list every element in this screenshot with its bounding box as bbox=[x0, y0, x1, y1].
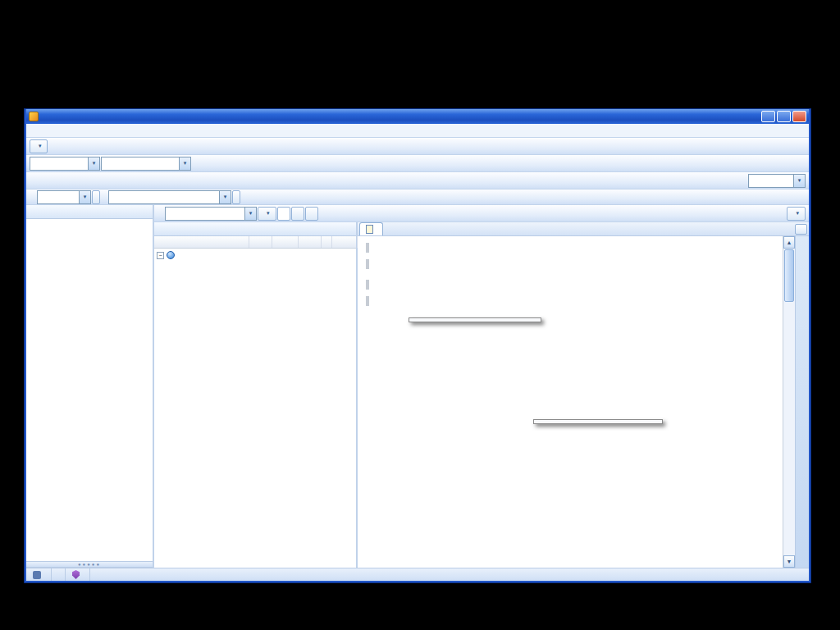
toolbar-main: ▾ bbox=[26, 138, 809, 155]
status-filter bbox=[66, 568, 90, 581]
clear-button[interactable] bbox=[305, 207, 318, 221]
nodes-folder-tree bbox=[26, 219, 153, 561]
dropdown-arrow-icon: ▾ bbox=[39, 143, 42, 149]
media-combo[interactable]: ▾ bbox=[748, 174, 806, 188]
maximize-button[interactable] bbox=[777, 111, 791, 122]
vertical-scrollbar: ▲ ▼ bbox=[783, 236, 795, 568]
list-column-header bbox=[154, 236, 356, 249]
detail-panel: ▲ ▼ bbox=[358, 222, 809, 568]
minimize-button[interactable] bbox=[761, 111, 775, 122]
scroll-thumb[interactable] bbox=[784, 249, 794, 302]
toolbar-media: ▾ bbox=[26, 172, 809, 189]
reference-label bbox=[366, 259, 774, 269]
column-sources[interactable] bbox=[249, 236, 272, 248]
context-menu bbox=[409, 317, 541, 322]
toolbar-format: ▾ ▾ bbox=[26, 155, 809, 172]
detail-side-tabs bbox=[795, 236, 809, 568]
look-for-input[interactable]: ▾ bbox=[165, 207, 257, 221]
code-at-in-browse-button[interactable] bbox=[232, 190, 240, 204]
dropdown-arrow-icon: ▾ bbox=[267, 210, 270, 217]
detail-tab[interactable] bbox=[359, 222, 383, 235]
find-now-button[interactable] bbox=[291, 207, 304, 221]
detail-close-button[interactable] bbox=[795, 224, 807, 235]
code-at-browse-button[interactable] bbox=[92, 190, 100, 204]
navigation-panel: ●●●●● bbox=[26, 205, 154, 568]
scroll-up-button[interactable]: ▲ bbox=[783, 236, 795, 249]
column-modified[interactable] bbox=[332, 236, 358, 248]
filter-shield-icon bbox=[72, 570, 80, 579]
dropdown-arrow-icon: ▾ bbox=[796, 210, 799, 217]
node-icon bbox=[167, 251, 175, 259]
tree-node-parent-row[interactable]: − bbox=[154, 249, 356, 261]
slide: ▾ ▾ ▾ ▾ bbox=[0, 0, 840, 630]
code-at-bar: ▾ ▾ bbox=[26, 189, 809, 205]
code-at-name-combo[interactable]: ▾ bbox=[37, 190, 91, 204]
coded-source-header bbox=[366, 243, 774, 253]
status-summary bbox=[52, 568, 66, 581]
search-bar: ▾ ▾ bbox=[154, 205, 809, 222]
tree-nodes-list-panel: − bbox=[154, 222, 358, 568]
close-button[interactable] bbox=[792, 111, 806, 122]
status-bar bbox=[26, 568, 809, 581]
code-at-in-combo[interactable]: ▾ bbox=[108, 190, 231, 204]
dropdown-arrow-icon: ▾ bbox=[79, 191, 90, 203]
scroll-track[interactable] bbox=[783, 249, 795, 555]
font-combo[interactable]: ▾ bbox=[101, 157, 191, 171]
expander-icon[interactable]: − bbox=[157, 252, 164, 259]
menu-bar bbox=[26, 124, 809, 138]
panel-splitter[interactable]: ●●●●● bbox=[26, 561, 153, 568]
coded-source-header bbox=[366, 280, 774, 290]
tree-nodes-header bbox=[154, 222, 356, 236]
status-user bbox=[26, 568, 52, 581]
dropdown-arrow-icon: ▾ bbox=[793, 175, 805, 187]
dropdown-arrow-icon: ▾ bbox=[88, 158, 99, 170]
column-references[interactable] bbox=[272, 236, 299, 248]
search-in-button[interactable]: ▾ bbox=[258, 207, 276, 221]
column-created-by[interactable] bbox=[322, 236, 332, 248]
options-button[interactable]: ▾ bbox=[787, 207, 806, 221]
new-button[interactable]: ▾ bbox=[30, 139, 48, 153]
nvivo-window: ▾ ▾ ▾ ▾ bbox=[25, 109, 810, 582]
column-name[interactable] bbox=[154, 236, 249, 248]
dropdown-arrow-icon: ▾ bbox=[244, 208, 256, 220]
column-created[interactable] bbox=[299, 236, 322, 248]
scroll-down-button[interactable]: ▼ bbox=[783, 555, 795, 568]
detail-tab-strip bbox=[358, 222, 809, 236]
reference-label bbox=[366, 296, 774, 306]
search-scope-button[interactable] bbox=[277, 207, 290, 221]
main-area: ●●●●● ▾ ▾ bbox=[26, 205, 809, 568]
document-icon bbox=[366, 225, 373, 234]
app-icon bbox=[29, 112, 39, 121]
dropdown-arrow-icon: ▾ bbox=[179, 158, 190, 170]
dropdown-arrow-icon: ▾ bbox=[219, 191, 231, 203]
style-combo[interactable]: ▾ bbox=[30, 157, 100, 171]
user-badge-icon bbox=[33, 571, 41, 579]
window-titlebar[interactable] bbox=[26, 109, 809, 124]
nodes-panel-header bbox=[26, 205, 153, 219]
tree-nodes-list: − bbox=[154, 249, 356, 568]
document-view bbox=[358, 236, 783, 568]
code-selection-submenu bbox=[533, 419, 663, 424]
